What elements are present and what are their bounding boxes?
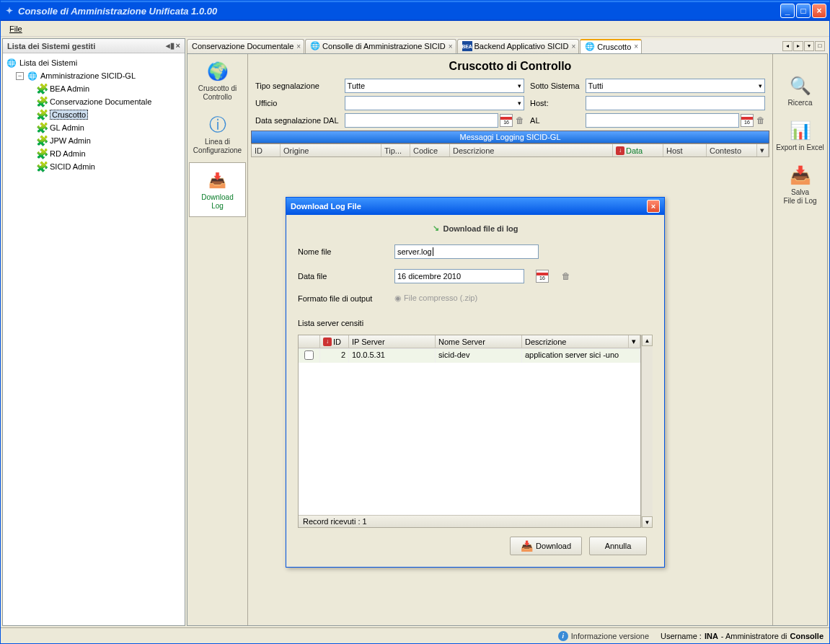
ufficio-label: Ufficio <box>255 99 339 107</box>
scroll-down-icon[interactable]: ▼ <box>642 516 653 528</box>
tab-bar: Conservazione Documentale× 🌐Consolle di … <box>187 38 828 54</box>
col-id[interactable]: ID <box>252 144 281 156</box>
window-title: Consolle di Amministrazione Unificata 1.… <box>18 6 780 17</box>
calendar-icon[interactable]: 16 <box>500 114 513 127</box>
tool-cruscotto[interactable]: 🌍 Cruscotto di Controllo <box>187 54 247 107</box>
col-srv-id[interactable]: ↓ID <box>320 335 349 348</box>
download-button[interactable]: 📥Download <box>510 537 582 555</box>
save-icon: 📥 <box>789 164 812 187</box>
col-srv-ip[interactable]: IP Server <box>349 335 436 348</box>
tab-conservazione[interactable]: Conservazione Documentale× <box>187 39 304 53</box>
tab-close-icon[interactable]: × <box>571 43 575 50</box>
tool-linea[interactable]: ⓘ Linea di Configurazione <box>187 107 247 161</box>
scroll-up-icon[interactable]: ▲ <box>642 335 653 346</box>
annulla-button[interactable]: Annulla <box>589 537 647 555</box>
tree-toggle-icon[interactable]: − <box>16 72 24 80</box>
close-button[interactable]: × <box>812 4 826 18</box>
tab-cruscotto[interactable]: 🌐Cruscotto× <box>580 39 642 53</box>
ufficio-combo[interactable] <box>345 96 524 110</box>
left-toolbar: 🌍 Cruscotto di Controllo ⓘ Linea di Conf… <box>187 54 248 625</box>
info-icon[interactable]: i <box>558 631 568 641</box>
col-tipo[interactable]: Tip... <box>381 144 410 156</box>
server-descr: application server sici -uno <box>522 349 640 363</box>
systems-tree: 🌐 Lista dei Sistemi − 🌐 Amministrazione … <box>3 53 185 176</box>
tab-list-button[interactable]: ▾ <box>804 41 814 51</box>
dialog-close-button[interactable]: × <box>647 200 660 213</box>
scrollbar[interactable]: ▲ ▼ <box>641 335 653 528</box>
ricerca-button[interactable]: 🔍 Ricerca <box>773 69 827 113</box>
dialog-titlebar: Download Log File × <box>286 198 664 215</box>
puzzle-icon: 🧩 <box>36 96 48 107</box>
tab-prev-button[interactable]: ◂ <box>782 41 793 51</box>
col-menu[interactable]: ▾ <box>757 144 769 156</box>
menubar: File <box>1 21 829 37</box>
tree-item-gl[interactable]: 🧩GL Admin <box>4 121 183 134</box>
tree-group[interactable]: − 🌐 Amministrazione SICID-GL <box>4 69 183 82</box>
col-srv-nome[interactable]: Nome Server <box>436 335 522 348</box>
sidebar-close-icon[interactable]: × <box>176 41 180 50</box>
tree-root[interactable]: 🌐 Lista dei Sistemi <box>4 56 183 69</box>
tree-item-bea[interactable]: 🧩BEA Admin <box>4 82 183 95</box>
sotto-label: Sotto Sistema <box>530 81 579 90</box>
col-contesto[interactable]: Contesto <box>707 144 757 156</box>
sidebar-collapse-icon[interactable]: ◂▮ <box>166 41 175 50</box>
col-host[interactable]: Host <box>663 144 707 156</box>
trash-icon[interactable]: 🗑 <box>756 115 765 125</box>
tab-next-button[interactable]: ▸ <box>793 41 803 51</box>
calendar-icon[interactable]: 16 <box>536 270 549 283</box>
main-window: ✦ Consolle di Amministrazione Unificata … <box>0 0 830 644</box>
puzzle-icon: 🧩 <box>36 109 48 120</box>
info-version-link[interactable]: Informazione versione <box>571 632 649 640</box>
record-count: Record ricevuti : 1 <box>299 515 640 527</box>
minimize-button[interactable]: _ <box>780 4 795 18</box>
puzzle-icon: 🧩 <box>36 83 48 94</box>
tab-close-icon[interactable]: × <box>634 43 638 50</box>
col-data[interactable]: ↓Data <box>613 144 663 156</box>
nome-file-input[interactable]: server.log <box>394 244 539 259</box>
menu-file[interactable]: File <box>5 23 27 35</box>
maximize-button[interactable]: □ <box>796 4 811 18</box>
col-menu[interactable]: ▾ <box>629 335 640 348</box>
trash-icon[interactable]: 🗑 <box>516 115 524 125</box>
col-check[interactable] <box>299 335 320 348</box>
data-file-input[interactable]: 16 dicembre 2010 <box>394 269 524 283</box>
server-row[interactable]: 2 10.0.5.31 sicid-dev application server… <box>299 348 640 363</box>
tab-close-icon[interactable]: × <box>296 43 301 50</box>
tree-item-cruscotto[interactable]: 🧩Cruscotto <box>4 108 183 121</box>
search-icon: 🔍 <box>789 74 812 97</box>
col-origine[interactable]: Origine <box>281 144 381 156</box>
trash-icon[interactable]: 🗑 <box>562 271 570 281</box>
tab-close-icon[interactable]: × <box>449 43 453 50</box>
tree-item-jpw[interactable]: 🧩JPW Admin <box>4 134 183 147</box>
formato-label: Formato file di output <box>298 294 384 303</box>
sotto-combo[interactable]: Tutti <box>586 79 765 93</box>
server-checkbox[interactable] <box>304 350 314 360</box>
tab-backend-sicid[interactable]: BEABackend Applicativo SICID× <box>457 39 580 53</box>
tree-item-sicid[interactable]: 🧩SICID Admin <box>4 160 183 173</box>
formato-radio: ◉ File compresso (.zip) <box>394 294 477 303</box>
data-file-label: Data file <box>298 272 384 281</box>
dal-input[interactable] <box>345 113 498 128</box>
calendar-icon[interactable]: 16 <box>741 114 754 127</box>
tool-download-log[interactable]: 📥 Download Log <box>189 162 246 217</box>
tab-max-button[interactable]: □ <box>815 41 825 51</box>
salva-log-button[interactable]: 📥 Salva File di Log <box>773 158 827 211</box>
tree-item-conservazione[interactable]: 🧩Conservazione Documentale <box>4 95 183 108</box>
puzzle-icon: 🧩 <box>36 122 48 133</box>
host-input[interactable] <box>586 96 765 110</box>
tab-consolle-sicid[interactable]: 🌐Consolle di Amministrazione SICID× <box>305 39 456 53</box>
puzzle-icon: 🧩 <box>36 148 48 159</box>
export-excel-button[interactable]: 📊 Export in Excel <box>773 113 827 158</box>
tree-item-rd[interactable]: 🧩RD Admin <box>4 147 183 160</box>
download-log-dialog: Download Log File × ↘ Download file di l… <box>286 197 665 568</box>
al-input[interactable] <box>586 113 739 128</box>
col-srv-descr[interactable]: Descrizione <box>522 335 629 348</box>
role-sep: - Amministratore di <box>721 632 787 640</box>
server-ip: 10.0.5.31 <box>349 349 436 363</box>
tipo-combo[interactable]: Tutte <box>345 79 524 93</box>
tipo-label: Tipo segnalazione <box>255 81 339 90</box>
col-descrizione[interactable]: Descrizione <box>450 144 613 156</box>
page-title: Cruscotto di Controllo <box>251 57 769 76</box>
right-toolbar: 🔍 Ricerca 📊 Export in Excel 📥 Salva File… <box>772 54 827 625</box>
col-codice[interactable]: Codice <box>410 144 450 156</box>
